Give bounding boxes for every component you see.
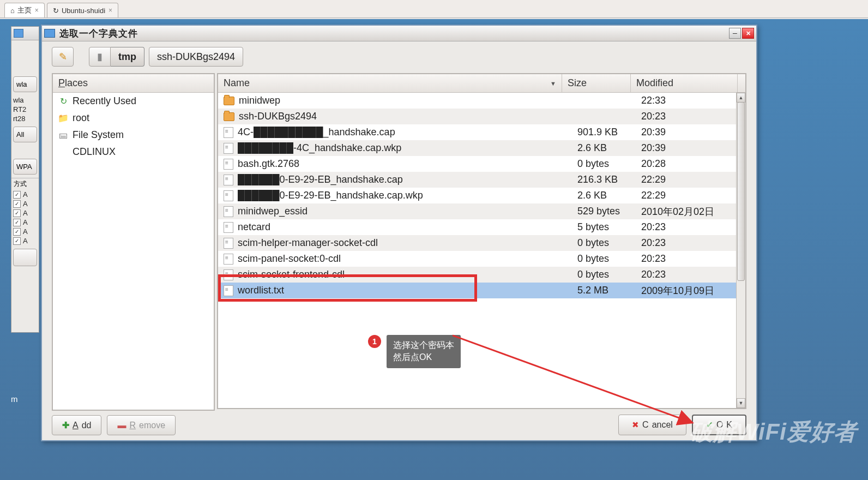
place-icon: 📁 [58, 113, 68, 123]
file-row[interactable]: minidwep_essid529 bytes2010年02月02日 [218, 203, 745, 219]
tab-ubuntu[interactable]: ↻ Ubuntu-shuidi × [47, 3, 118, 17]
scroll-up-button[interactable]: ▲ [737, 93, 745, 103]
file-modified: 22:29 [636, 174, 745, 185]
file-row[interactable]: ██████0-E9-29-EB_handshake.cap216.3 KB22… [218, 172, 745, 188]
path-bar: ✎ ▮ tmp ssh-DUKBgs2494 [52, 47, 746, 67]
file-size: 0 bytes [572, 269, 636, 280]
file-row[interactable]: ██████0-E9-29-EB_handshake.cap.wkp2.6 KB… [218, 188, 745, 203]
file-icon [224, 269, 233, 280]
file-size: 216.3 KB [572, 174, 636, 185]
file-modified: 20:39 [636, 142, 745, 154]
file-name: scim-helper-manager-socket-cdl [238, 237, 378, 249]
file-modified: 20:23 [636, 221, 745, 233]
dialog-title: 选取一个字典文件 [59, 27, 138, 40]
file-row[interactable]: scim-helper-manager-socket-cdl0 bytes20:… [218, 235, 745, 251]
path-tmp[interactable]: tmp [111, 47, 144, 67]
file-row[interactable]: ████████-4C_handshake.cap.wkp2.6 KB20:39 [218, 140, 745, 156]
add-place-button[interactable]: ✚Add [52, 415, 101, 435]
file-name: scim-panel-socket:0-cdl [238, 253, 341, 265]
file-modified: 20:23 [636, 269, 745, 280]
file-name: wordlist.txt [238, 285, 284, 296]
blank-button[interactable] [13, 249, 37, 266]
file-modified: 2009年10月09日 [636, 284, 745, 297]
dialog-titlebar[interactable]: 选取一个字典文件 ─ ✕ [42, 26, 756, 41]
opt-check[interactable]: ✓A [11, 190, 39, 199]
remove-place-button[interactable]: ▬Remove [107, 415, 176, 435]
col-size-header[interactable]: Size [562, 74, 631, 92]
path-root[interactable]: ▮ [89, 47, 111, 67]
file-size: 529 bytes [572, 206, 636, 217]
ok-button[interactable]: ✔OK [692, 415, 746, 435]
file-modified: 20:23 [636, 237, 745, 249]
place-item[interactable]: 🖴File System [53, 127, 214, 143]
pencil-icon: ✎ [59, 51, 67, 63]
file-row[interactable]: bash.gtk.27680 bytes20:28 [218, 156, 745, 172]
file-row[interactable]: wordlist.txt5.2 MB2009年10月09日 [218, 283, 745, 298]
place-icon [58, 147, 68, 157]
file-row[interactable]: netcard5 bytes20:23 [218, 219, 745, 235]
path-leaf[interactable]: ssh-DUKBgs2494 [149, 47, 243, 67]
place-item[interactable]: CDLINUX [53, 143, 214, 160]
opt-check[interactable]: ✓A [11, 199, 39, 208]
disk-icon: ▮ [97, 51, 103, 63]
file-modified: 20:23 [636, 111, 745, 122]
iface-item[interactable]: RT2 [11, 105, 39, 114]
file-row[interactable]: 4C-██████████_handshake.cap901.9 KB20:39 [218, 124, 745, 140]
place-label: File System [73, 129, 124, 141]
file-icon [224, 143, 233, 154]
place-label: CDLINUX [73, 146, 116, 158]
file-row[interactable]: ssh-DUKBgs249420:23 [218, 109, 745, 124]
scroll-down-button[interactable]: ▼ [737, 398, 745, 408]
cancel-button[interactable]: ✖Cancel [618, 415, 686, 435]
minimize-button[interactable]: ─ [729, 28, 741, 39]
file-row[interactable]: scim-panel-socket:0-cdl0 bytes20:23 [218, 251, 745, 267]
file-name: scim-socket-frontend-cdl [238, 269, 345, 280]
file-modified: 20:28 [636, 158, 745, 170]
opt-check[interactable]: ✓A [11, 236, 39, 245]
folder-icon [14, 29, 23, 38]
file-name: 4C-██████████_handshake.cap [238, 127, 395, 138]
file-icon [224, 175, 233, 185]
file-icon [224, 206, 233, 217]
opt-check[interactable]: ✓A [11, 208, 39, 218]
scroll-thumb[interactable] [737, 102, 745, 281]
place-label: root [73, 112, 89, 124]
opt-check[interactable]: ✓A [11, 227, 39, 236]
file-size: 2.6 KB [572, 190, 636, 201]
iface-item[interactable]: wla [11, 95, 39, 105]
file-row[interactable]: minidwep22:33 [218, 93, 745, 109]
file-name: ████████-4C_handshake.cap.wkp [238, 142, 401, 154]
window-close-button[interactable]: ✕ [742, 28, 754, 39]
wlan-box[interactable]: wla [13, 76, 37, 92]
scrollbar[interactable]: ▲ ▼ [736, 93, 745, 408]
places-panel: Places ↻Recently Used📁root🖴File SystemCD… [52, 73, 215, 411]
place-item[interactable]: ↻Recently Used [53, 93, 214, 110]
col-name-header[interactable]: Name▼ [218, 74, 562, 92]
file-icon [224, 254, 233, 265]
iface-item[interactable]: rt28 [11, 114, 39, 123]
file-icon [224, 238, 233, 249]
opt-check[interactable]: ✓A [11, 218, 39, 227]
all-button[interactable]: All [13, 127, 37, 142]
file-size: 5 bytes [572, 221, 636, 233]
file-modified: 20:23 [636, 253, 745, 265]
file-name: netcard [238, 221, 270, 233]
file-icon [224, 190, 233, 201]
place-item[interactable]: 📁root [53, 110, 214, 127]
file-name: ██████0-E9-29-EB_handshake.cap [238, 174, 403, 185]
close-icon[interactable]: × [35, 7, 39, 14]
wpa-button[interactable]: WPA [13, 159, 37, 175]
iface-list: wla RT2 rt28 [11, 95, 39, 123]
tab-home[interactable]: ⌂ 主页 × [4, 3, 45, 17]
places-header[interactable]: Places [53, 74, 214, 93]
file-modified: 22:33 [636, 95, 745, 106]
file-row[interactable]: scim-socket-frontend-cdl0 bytes20:23 [218, 267, 745, 283]
cancel-icon: ✖ [632, 420, 639, 430]
folder-icon [224, 112, 234, 121]
file-modified: 20:39 [636, 127, 745, 138]
col-modified-header[interactable]: Modified [631, 74, 738, 92]
minus-icon: ▬ [117, 421, 126, 430]
edit-path-button[interactable]: ✎ [52, 47, 74, 67]
annotation-callout: 1 选择这个密码本 然后点OK [368, 335, 461, 368]
close-icon[interactable]: × [108, 7, 112, 14]
